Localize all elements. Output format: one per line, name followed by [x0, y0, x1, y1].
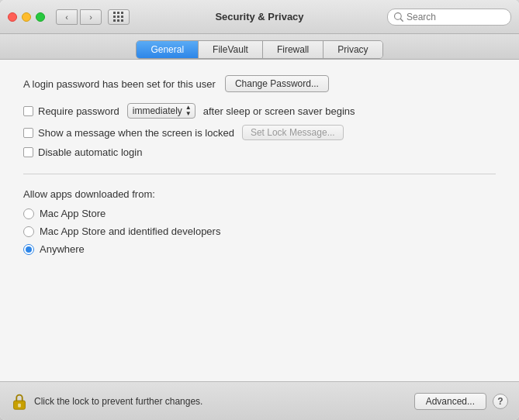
radio-mac-app-store-identified[interactable] [23, 226, 34, 237]
disable-autologin-label: Disable automatic login [38, 146, 142, 158]
password-timing-select[interactable]: immediately ▲ ▼ [127, 103, 195, 119]
radio-mac-app-store-identified-label: Mac App Store and identified developers [40, 225, 220, 237]
advanced-button[interactable]: Advanced... [414, 393, 486, 410]
radio-mac-app-store-label: Mac App Store [40, 208, 106, 219]
minimize-button[interactable] [22, 12, 31, 22]
disable-autologin-checkbox[interactable] [23, 147, 33, 157]
section-divider [23, 174, 496, 174]
radio-anywhere-row: Anywhere [23, 243, 496, 255]
disable-autologin-row: Disable automatic login [23, 146, 496, 158]
titlebar: ‹ › Security & Privacy [0, 0, 519, 34]
require-password-row: Require password immediately ▲ ▼ after s… [23, 103, 496, 119]
footer-lock-text: Click the lock to prevent further change… [34, 396, 414, 407]
show-message-checkbox[interactable] [23, 128, 33, 138]
help-button[interactable]: ? [493, 394, 508, 409]
login-password-text: A login password has been set for this u… [23, 78, 216, 90]
radio-mac-app-store[interactable] [23, 208, 34, 219]
main-window: ‹ › Security & Privacy General FileVaul [0, 0, 519, 420]
require-password-checkbox[interactable] [23, 106, 33, 116]
radio-mac-app-store-identified-row: Mac App Store and identified developers [23, 225, 496, 237]
grid-icon [113, 12, 124, 22]
change-password-button[interactable]: Change Password... [225, 75, 329, 92]
content-area: A login password has been set for this u… [0, 60, 519, 381]
svg-rect-1 [18, 403, 21, 407]
search-input[interactable] [407, 12, 504, 22]
maximize-button[interactable] [36, 12, 45, 22]
set-lock-message-button[interactable]: Set Lock Message... [242, 125, 344, 140]
select-arrows-icon: ▲ ▼ [185, 105, 192, 117]
tab-group: General FileVault Firewall Privacy [136, 40, 382, 59]
tab-privacy[interactable]: Privacy [324, 41, 382, 58]
search-icon [394, 12, 403, 22]
tab-firewall[interactable]: Firewall [263, 41, 324, 58]
back-button[interactable]: ‹ [56, 9, 78, 25]
search-bar[interactable] [387, 9, 511, 26]
window-title: Security & Privacy [215, 11, 303, 22]
lock-icon[interactable] [11, 391, 28, 411]
radio-anywhere-label: Anywhere [40, 243, 85, 255]
tab-general[interactable]: General [137, 41, 199, 58]
tab-filevault[interactable]: FileVault [199, 41, 263, 58]
show-message-label: Show a message when the screen is locked [38, 127, 234, 139]
forward-button[interactable]: › [80, 9, 102, 25]
close-button[interactable] [8, 12, 17, 22]
radio-anywhere[interactable] [23, 244, 34, 255]
footer: Click the lock to prevent further change… [0, 381, 519, 420]
login-row: A login password has been set for this u… [23, 75, 496, 92]
allow-apps-section: Allow apps downloaded from: Mac App Stor… [23, 188, 496, 255]
traffic-lights [8, 12, 45, 22]
nav-buttons: ‹ › [56, 9, 102, 25]
tab-bar: General FileVault Firewall Privacy [0, 34, 519, 60]
grid-view-button[interactable] [108, 9, 130, 25]
login-password-section: A login password has been set for this u… [23, 75, 496, 158]
allow-apps-title: Allow apps downloaded from: [23, 188, 496, 200]
show-message-row: Show a message when the screen is locked… [23, 125, 496, 140]
require-password-label: Require password [38, 105, 119, 117]
require-password-suffix: after sleep or screen saver begins [203, 105, 355, 117]
radio-mac-app-store-row: Mac App Store [23, 208, 496, 219]
